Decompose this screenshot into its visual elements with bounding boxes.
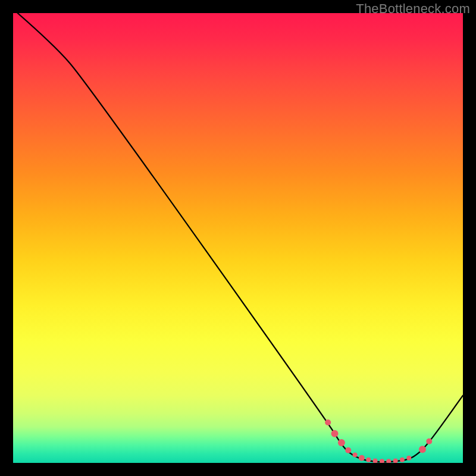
curve-marker <box>386 459 391 463</box>
curve-marker <box>331 430 339 437</box>
curve-marker <box>393 459 398 463</box>
curve-marker <box>426 439 432 444</box>
plot-area <box>13 13 463 463</box>
curve-marker <box>380 459 384 463</box>
curve-marker <box>419 446 426 453</box>
curve-marker <box>359 455 365 461</box>
curve-marker <box>325 419 331 425</box>
curve-marker <box>373 459 378 463</box>
curve-marker <box>406 456 411 461</box>
curve-marker <box>353 452 358 457</box>
marker-layer <box>325 419 432 463</box>
curve-marker <box>338 439 345 446</box>
curve-marker <box>400 458 405 462</box>
curve-marker <box>345 447 351 453</box>
chart-stage: TheBottleneck.com <box>0 0 476 476</box>
curve-marker <box>366 458 371 462</box>
bottleneck-curve-svg <box>13 13 463 463</box>
bottleneck-curve-path <box>18 13 463 462</box>
